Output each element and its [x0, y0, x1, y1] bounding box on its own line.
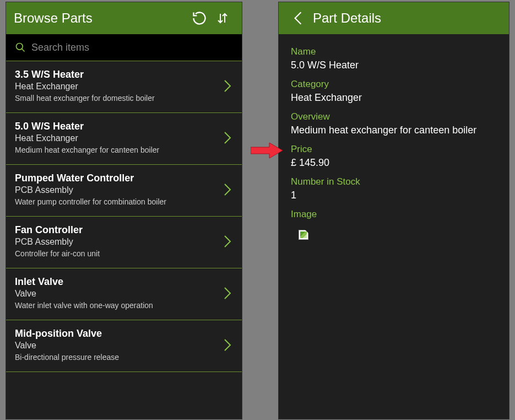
search-icon — [15, 42, 26, 53]
chevron-right-icon — [223, 234, 232, 251]
item-name: 3.5 W/S Heater — [15, 69, 233, 80]
value-overview: Medium heat exchanger for canteen boiler — [291, 125, 497, 136]
details-header: Part Details — [279, 2, 509, 34]
label-price: Price — [291, 144, 497, 155]
value-category: Heat Exchanger — [291, 92, 497, 104]
label-stock: Number in Stock — [291, 176, 497, 187]
refresh-icon[interactable] — [188, 7, 211, 30]
details-title: Part Details — [313, 10, 381, 26]
svg-point-2 — [17, 44, 23, 50]
list-item[interactable]: Mid-position Valve Valve Bi-directional … — [6, 320, 242, 372]
item-desc: Small heat exchanger for domestic boiler — [15, 94, 233, 103]
item-category: PCB Assembly — [15, 237, 233, 247]
item-desc: Controller for air-con unit — [15, 249, 233, 258]
list-item[interactable]: 5.0 W/S Heater Heat Exchanger Medium hea… — [6, 113, 242, 165]
chevron-right-icon — [223, 131, 232, 147]
item-name: Inlet Valve — [15, 276, 233, 288]
label-category: Category — [291, 79, 497, 90]
label-name: Name — [291, 46, 497, 57]
label-overview: Overview — [291, 111, 497, 122]
chevron-right-icon — [223, 338, 232, 354]
details-body: Name 5.0 W/S Heater Category Heat Exchan… — [279, 34, 509, 249]
browse-title: Browse Parts — [14, 10, 93, 26]
browse-parts-panel: Browse Parts 3.5 W/S Heater Heat Exchang… — [6, 2, 242, 419]
chevron-right-icon — [223, 182, 232, 199]
list-item[interactable]: Pumped Water Controller PCB Assembly Wat… — [6, 165, 242, 217]
back-button[interactable] — [286, 10, 310, 26]
item-desc: Medium heat exchanger for canteen boiler — [15, 146, 233, 154]
chevron-right-icon — [223, 79, 232, 95]
svg-marker-4 — [251, 143, 283, 158]
search-bar[interactable] — [6, 34, 242, 61]
parts-list: 3.5 W/S Heater Heat Exchanger Small heat… — [6, 61, 242, 372]
item-name: Fan Controller — [15, 224, 233, 236]
browse-header: Browse Parts — [6, 2, 242, 34]
item-desc: Water pump controller for combination bo… — [15, 197, 233, 206]
annotation-arrow-icon — [251, 141, 284, 163]
search-input[interactable] — [31, 42, 233, 53]
svg-line-3 — [22, 49, 25, 52]
item-category: Heat Exchanger — [15, 82, 233, 91]
broken-image-icon — [299, 230, 308, 240]
item-category: PCB Assembly — [15, 185, 233, 195]
item-category: Valve — [15, 289, 233, 299]
item-name: Pumped Water Controller — [15, 173, 233, 184]
value-stock: 1 — [291, 190, 497, 201]
item-desc: Bi-directional pressure release — [15, 353, 233, 362]
list-item[interactable]: Inlet Valve Valve Water inlet valve with… — [6, 268, 242, 320]
part-details-panel: Part Details Name 5.0 W/S Heater Categor… — [278, 2, 509, 419]
item-name: 5.0 W/S Heater — [15, 121, 233, 132]
item-category: Valve — [15, 341, 233, 351]
item-category: Heat Exchanger — [15, 133, 233, 143]
list-item[interactable]: 3.5 W/S Heater Heat Exchanger Small heat… — [6, 61, 242, 113]
value-price: £ 145.90 — [291, 157, 497, 169]
chevron-right-icon — [223, 286, 232, 303]
sort-icon[interactable] — [211, 7, 234, 30]
item-desc: Water inlet valve with one-way operation — [15, 301, 233, 310]
label-image: Image — [291, 209, 497, 220]
value-name: 5.0 W/S Heater — [291, 60, 497, 71]
item-name: Mid-position Valve — [15, 328, 233, 340]
list-item[interactable]: Fan Controller PCB Assembly Controller f… — [6, 217, 242, 268]
